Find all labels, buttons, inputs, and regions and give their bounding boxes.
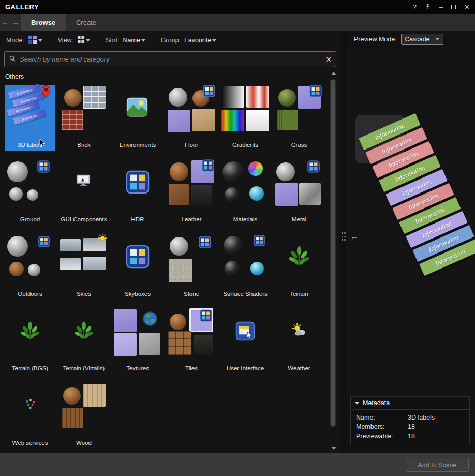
category-item[interactable]: HDR: [111, 157, 165, 232]
category-label: Floor: [166, 142, 217, 148]
category-item[interactable]: Skies: [57, 232, 111, 306]
forward-button[interactable]: →: [10, 14, 21, 31]
foliage-icon: [73, 320, 95, 342]
category-card[interactable]: Materials: [220, 159, 271, 226]
category-card[interactable]: Brick: [58, 85, 109, 151]
add-to-scene-button[interactable]: Add to Scene: [406, 458, 469, 472]
category-item[interactable]: InformationInformationInformationInforma…: [3, 83, 57, 157]
preview-prev-button[interactable]: ←: [350, 232, 359, 241]
group-dropdown[interactable]: Favourite: [184, 37, 216, 44]
category-card[interactable]: Textures: [112, 308, 163, 375]
category-thumbnail: [220, 85, 270, 135]
mode-label: Mode:: [6, 37, 24, 44]
category-item[interactable]: Materials: [218, 157, 272, 232]
lavender-tile: [114, 333, 137, 356]
category-thumbnail: [167, 308, 216, 358]
category-item[interactable]: Terrain: [272, 232, 326, 306]
pin-icon[interactable]: [425, 4, 431, 11]
gray-sphere: [27, 189, 38, 201]
category-item[interactable]: Tiles: [165, 306, 218, 381]
category-item[interactable]: GUI Components: [57, 157, 111, 232]
pane-splitter[interactable]: [340, 31, 346, 453]
metadata-header[interactable]: Metadata: [351, 397, 469, 410]
category-card[interactable]: Tiles: [166, 308, 217, 375]
vertical-scrollbar[interactable]: [330, 72, 336, 450]
category-item[interactable]: Brick: [57, 83, 111, 157]
metadata-key: Members:: [356, 422, 408, 432]
category-label: Gradients: [220, 142, 271, 148]
scroll-up-icon[interactable]: [331, 72, 336, 75]
category-item[interactable]: Gradients: [218, 83, 272, 157]
category-card[interactable]: Environments: [112, 85, 163, 151]
category-card[interactable]: GUI Components: [58, 159, 109, 226]
category-item[interactable]: Floor: [165, 83, 218, 157]
category-card[interactable]: Terrain (BGS): [5, 308, 55, 375]
tab-create[interactable]: Create: [66, 14, 107, 31]
minimize-button[interactable]: –: [439, 4, 443, 10]
category-label: Wood: [58, 440, 109, 446]
category-item[interactable]: Outdoors: [3, 232, 57, 306]
chevron-down-icon: [86, 39, 90, 42]
search-icon: [9, 55, 16, 64]
category-card[interactable]: Leather: [166, 159, 217, 226]
category-card[interactable]: Stone: [166, 234, 217, 300]
category-item[interactable]: Terrain (Virtalis): [57, 306, 111, 381]
category-card[interactable]: Surface Shaders: [220, 234, 271, 300]
maximize-button[interactable]: [451, 4, 456, 10]
category-card[interactable]: Floor: [166, 85, 217, 151]
category-card[interactable]: Skyboxes: [112, 234, 163, 300]
category-card-selected[interactable]: InformationInformationInformationInforma…: [5, 85, 55, 151]
category-card[interactable]: Terrain: [274, 234, 324, 300]
category-card[interactable]: Grass: [274, 85, 324, 151]
category-item[interactable]: Environments: [111, 83, 165, 157]
category-item[interactable]: Weather: [272, 306, 326, 381]
appblue-icon: [202, 159, 214, 172]
tab-browse[interactable]: Browse: [21, 14, 66, 31]
chevron-down-icon: [435, 38, 439, 40]
scroll-down-icon[interactable]: [331, 447, 336, 450]
category-card[interactable]: Terrain (Virtalis): [58, 308, 109, 375]
category-card[interactable]: Weather: [274, 308, 324, 375]
metadata-row: Name:3D labels: [356, 413, 464, 422]
gradient-tile: [246, 86, 269, 108]
category-item[interactable]: Ground: [3, 157, 57, 232]
category-card[interactable]: Metal: [274, 159, 324, 226]
category-item[interactable]: Textures: [111, 306, 165, 381]
category-item[interactable]: Leather: [165, 157, 218, 232]
category-item[interactable]: Grass: [272, 83, 326, 157]
category-thumbnail: [5, 383, 55, 433]
scrollbar-thumb[interactable]: [330, 79, 336, 427]
category-item[interactable]: Terrain (BGS): [3, 306, 57, 381]
sort-dropdown[interactable]: Name: [123, 37, 145, 44]
category-item[interactable]: Web services: [3, 381, 57, 455]
search-input[interactable]: [20, 55, 322, 63]
category-card[interactable]: User Interface: [220, 308, 271, 375]
category-card[interactable]: Ground: [5, 159, 55, 226]
category-card[interactable]: Web services: [5, 383, 55, 449]
preview-mode-dropdown[interactable]: Cascade: [401, 34, 443, 45]
category-thumbnail: [59, 159, 109, 209]
category-card[interactable]: HDR: [112, 159, 163, 226]
mode-dropdown[interactable]: [28, 35, 42, 46]
dots-icon: [24, 398, 37, 410]
preview-next-button[interactable]: →: [463, 232, 471, 241]
category-thumbnail: [113, 308, 162, 358]
category-card[interactable]: Gradients: [220, 85, 271, 151]
category-item[interactable]: Stone: [165, 232, 218, 306]
back-button[interactable]: ←: [0, 14, 10, 31]
category-item[interactable]: Skyboxes: [111, 232, 165, 306]
close-button[interactable]: ✕: [464, 4, 470, 10]
category-item[interactable]: Wood: [57, 381, 111, 455]
category-thumbnail: [5, 159, 55, 209]
category-item[interactable]: Surface Shaders: [218, 232, 272, 306]
category-card[interactable]: Outdoors: [5, 234, 55, 300]
env-icon: [126, 96, 148, 118]
clear-search-button[interactable]: ✕: [325, 55, 332, 64]
category-card[interactable]: Skies: [58, 234, 109, 300]
brown-sphere: [63, 387, 81, 405]
category-card[interactable]: Wood: [58, 383, 109, 449]
help-button[interactable]: ?: [413, 4, 417, 10]
category-item[interactable]: Metal: [272, 157, 326, 232]
view-dropdown[interactable]: [77, 36, 90, 45]
category-item[interactable]: User Interface: [218, 306, 272, 381]
